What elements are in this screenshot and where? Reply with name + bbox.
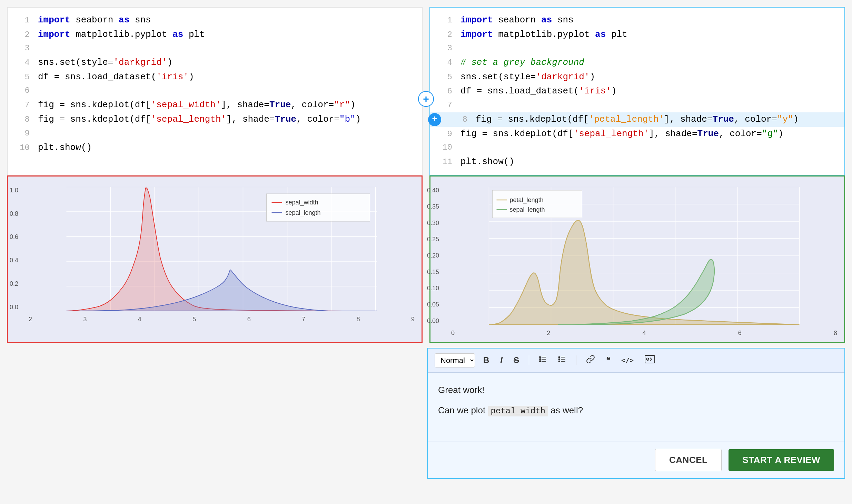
code-line-3: 3 [8, 42, 422, 56]
r-code-line-8-diff: + 8 fig = sns.kdeplot(df['petal_length']… [430, 112, 844, 127]
r-code-line-6: 6 df = sns.load_dataset('iris') [430, 84, 844, 99]
code-line-7: 7 fig = sns.kdeplot(df['sepal_width'], s… [8, 98, 422, 112]
svg-text:/: / [648, 358, 649, 361]
comment-footer: CANCEL START A REVIEW [428, 442, 844, 478]
code-line-8: 8 fig = sns.kdeplot(df['sepal_length'], … [8, 112, 422, 127]
comment-toolbar: Normal B I S 123 [428, 349, 844, 373]
left-chart: 1.0 0.8 0.6 0.4 0.2 0.0 [7, 175, 423, 343]
right-chart: 0.40 0.35 0.30 0.25 0.20 0.15 0.10 0.05 … [429, 175, 845, 343]
r-code-line-9: 9 fig = sns.kdeplot(df['sepal_length'], … [430, 127, 844, 141]
toolbar-divider-2 [576, 355, 576, 365]
r-code-line-1: 1 import seaborn as sns [430, 13, 844, 28]
right-chart-svg: petal_length sepal_length [451, 187, 837, 325]
svg-point-51 [559, 361, 560, 362]
diff-plus-connector: + [418, 91, 434, 107]
code-line-2: 2 import matplotlib.pyplot as plt [8, 28, 422, 42]
cancel-button[interactable]: CANCEL [655, 449, 722, 471]
code-line-5: 5 df = sns.load_dataset('iris') [8, 70, 422, 84]
left-code-panel: 1 import seaborn as sns 2 import matplot… [7, 7, 423, 175]
unordered-list-button[interactable] [555, 354, 569, 367]
italic-button[interactable]: I [497, 354, 505, 366]
r-code-line-3: 3 [430, 42, 844, 56]
inline-code-button[interactable]: </> [618, 355, 636, 366]
svg-point-49 [559, 357, 560, 358]
left-code-block: 1 import seaborn as sns 2 import matplot… [8, 8, 422, 160]
text-style-select[interactable]: Normal [435, 353, 475, 367]
svg-point-50 [559, 359, 560, 360]
svg-text:sepal_length: sepal_length [286, 209, 321, 216]
svg-rect-14 [267, 194, 370, 221]
svg-rect-35 [493, 190, 582, 218]
r-code-line-11: 11 plt.show() [430, 155, 844, 169]
code-line-4: 4 sns.set(style='darkgrid') [8, 56, 422, 70]
svg-text:3: 3 [539, 360, 541, 362]
comment-line-2: Can we plot petal_width as well? [438, 403, 834, 418]
inline-code-petal-width: petal_width [488, 406, 548, 416]
ordered-list-icon: 123 [539, 355, 547, 363]
strikethrough-button[interactable]: S [511, 354, 522, 366]
comment-box: Normal B I S 123 [427, 348, 845, 479]
right-code-panel: 1 import seaborn as sns 2 import matplot… [429, 7, 845, 175]
left-chart-area: 1.0 0.8 0.6 0.4 0.2 0.0 [29, 187, 415, 311]
ordered-list-button[interactable]: 123 [536, 354, 550, 367]
r-code-line-4: 4 # set a grey background [430, 56, 844, 70]
main-container: 1 import seaborn as sns 2 import matplot… [7, 7, 845, 479]
svg-text:sepal_length: sepal_length [510, 206, 545, 213]
blockquote-button[interactable]: ❝ [603, 354, 613, 366]
left-x-axis: 2 3 4 5 6 7 8 9 [29, 316, 415, 323]
svg-text:petal_length: petal_length [510, 196, 544, 204]
toolbar-divider-1 [529, 355, 529, 365]
link-icon [586, 355, 595, 364]
bottom-left-spacer [7, 348, 424, 479]
svg-text:sepal_width: sepal_width [286, 199, 318, 206]
right-chart-area: 0.40 0.35 0.30 0.25 0.20 0.15 0.10 0.05 … [451, 187, 837, 325]
left-y-axis: 1.0 0.8 0.6 0.4 0.2 0.0 [10, 187, 18, 311]
right-code-block: 1 import seaborn as sns 2 import matplot… [430, 8, 844, 175]
link-button[interactable] [583, 353, 598, 367]
unordered-list-icon [558, 355, 566, 363]
r-code-line-2: 2 import matplotlib.pyplot as plt [430, 28, 844, 42]
code-line-9: 9 [8, 127, 422, 141]
start-review-button[interactable]: START A REVIEW [729, 449, 834, 471]
right-x-axis: 0 2 4 6 8 [451, 330, 837, 337]
bold-button[interactable]: B [481, 354, 492, 366]
r-code-line-7: 7 [430, 99, 844, 112]
code-line-6: 6 [8, 84, 422, 98]
code-block-icon: / [645, 355, 655, 364]
diff-add-icon: + [428, 113, 441, 126]
r-code-line-10: 10 [430, 141, 844, 155]
code-line-1: 1 import seaborn as sns [8, 13, 422, 28]
right-y-axis: 0.40 0.35 0.30 0.25 0.20 0.15 0.10 0.05 … [427, 187, 439, 325]
left-chart-svg: sepal_width sepal_length [29, 187, 415, 311]
r-code-line-5: 5 sns.set(style='darkgrid') [430, 70, 844, 84]
code-line-10: 10 plt.show() [8, 141, 422, 155]
comment-line-1: Great work! [438, 383, 834, 397]
comment-body[interactable]: Great work! Can we plot petal_width as w… [428, 373, 844, 442]
code-block-button[interactable]: / [642, 353, 658, 367]
